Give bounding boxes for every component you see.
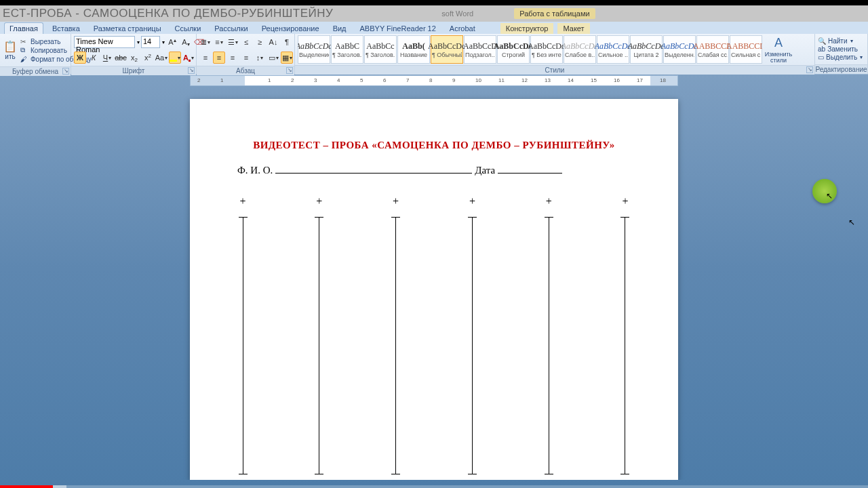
date-underline: [498, 173, 562, 174]
line-spacing-button[interactable]: ↕▾: [254, 52, 266, 64]
group-editing-label: Редактирование: [815, 66, 867, 73]
font-size-select[interactable]: 14: [141, 36, 160, 48]
secondary-cursor-icon: ↖: [848, 218, 855, 227]
change-styles-label: Изменить стили: [765, 52, 793, 64]
title-bar: ЕСТ-ПРОБА - САМООЦЕНКА ПО ДЕМБО-РУБИНШТЕ…: [0, 5, 868, 22]
superscript-button[interactable]: x2: [142, 52, 154, 64]
group-paragraph-label: Абзац: [236, 67, 255, 75]
numbering-button[interactable]: ≡▾: [213, 36, 225, 48]
doc-scales: ++++++: [237, 195, 631, 474]
bold-button[interactable]: Ж: [74, 52, 86, 64]
style-выделение[interactable]: AaBbCcDdВыделение: [298, 35, 330, 64]
tab-mailings[interactable]: Рассылки: [210, 23, 252, 34]
styles-gallery[interactable]: AaBbCcDdВыделениеAaBbC¶ Заголов...AaBbCc…: [298, 35, 762, 64]
scale-bar: [549, 217, 549, 474]
decrease-indent-button[interactable]: ≤: [240, 36, 252, 48]
italic-button[interactable]: К: [87, 52, 100, 64]
doc-heading: ВИДЕОТЕСТ – ПРОБА «САМОЦЕНКА ПО ДЕМБО – …: [237, 140, 631, 151]
paste-label: ить: [5, 53, 15, 60]
style-выделенн[interactable]: AaBbCcDdВыделенн...: [663, 35, 696, 64]
scale-6: +: [620, 195, 631, 474]
styles-dialog-launcher[interactable]: ↘: [806, 66, 813, 73]
paragraph-dialog-launcher[interactable]: ↘: [286, 67, 293, 74]
cursor-icon: ↖: [826, 191, 833, 201]
clipboard-dialog-launcher[interactable]: ↘: [62, 68, 69, 75]
style-сильное[interactable]: AaBbCcDdСильное ...: [597, 35, 629, 64]
shading-button[interactable]: ▭▾: [267, 52, 279, 64]
find-button[interactable]: 🔍Найти▾: [818, 37, 863, 45]
tab-home[interactable]: Главная: [4, 22, 43, 34]
group-font-label: Шрифт: [123, 67, 145, 75]
tab-abbyy[interactable]: ABBYY FineReader 12: [355, 23, 441, 34]
group-paragraph: ≣▾ ≡▾ ☰▾ ≤ ≥ A↓ ¶ ≡ ≡ ≡ ≡ ↕▾ ▭▾ ▦▾ Абзац…: [197, 34, 295, 74]
bullets-button[interactable]: ≣▾: [199, 36, 212, 48]
style-слабоев[interactable]: AaBbCcDdСлабое в...: [564, 35, 596, 64]
app-name-suffix: soft Word: [441, 9, 473, 18]
copy-icon: ⧉: [20, 46, 28, 54]
tab-table-layout[interactable]: Макет: [557, 23, 589, 34]
scale-bar: [472, 217, 473, 474]
style-название[interactable]: AaBb(Название: [397, 35, 430, 64]
font-name-select[interactable]: Times New Roman: [74, 36, 135, 48]
sort-button[interactable]: A↓: [267, 36, 279, 48]
highlight-button[interactable]: ▾: [169, 52, 181, 64]
style-цитата2[interactable]: AaBbCcDdЦитата 2: [630, 35, 663, 64]
font-color-button[interactable]: A▾: [182, 52, 195, 64]
strike-button[interactable]: abc: [115, 52, 127, 64]
style-строгий[interactable]: AaBbCcDdСтрогий: [497, 35, 530, 64]
tab-page-layout[interactable]: Разметка страницы: [89, 23, 166, 34]
doc-fio-line: Ф. И. О. Дата: [237, 165, 631, 176]
style-сильнаяс[interactable]: AABBCCDСильная с...: [730, 35, 762, 64]
borders-button[interactable]: ▦▾: [281, 52, 293, 64]
brush-icon: 🖌: [20, 55, 28, 63]
style-обычный[interactable]: AaBbCcDd¶ Обычный: [431, 35, 463, 64]
table-tools-label: Работа с таблицами: [514, 8, 595, 19]
tab-view[interactable]: Вид: [328, 23, 351, 34]
date-label: Дата: [475, 165, 495, 176]
underline-button[interactable]: Ч▾: [101, 52, 113, 64]
align-left-button[interactable]: ≡: [199, 52, 212, 64]
fio-underline: [275, 173, 472, 174]
change-case-button[interactable]: Aa▾: [155, 52, 167, 64]
document-title: ЕСТ-ПРОБА - САМООЦЕНКА ПО ДЕМБО-РУБИНШТЕ…: [3, 7, 333, 20]
style-безинте[interactable]: AaBbCcDd¶ Без инте...: [530, 35, 563, 64]
select-button[interactable]: ▭Выделить▾: [818, 54, 863, 61]
tab-table-design[interactable]: Конструктор: [500, 23, 554, 34]
scale-2: +: [314, 195, 325, 474]
style-заголов[interactable]: AaBbC¶ Заголов...: [331, 35, 363, 64]
scale-5: +: [543, 195, 554, 474]
video-progress-bar[interactable]: [0, 485, 868, 488]
justify-button[interactable]: ≡: [240, 52, 252, 64]
font-dialog-launcher[interactable]: ↘: [188, 67, 195, 74]
scale-plus-icon: +: [393, 195, 399, 207]
change-styles-icon: A: [774, 36, 783, 50]
grow-font-button[interactable]: A▴: [166, 36, 178, 48]
scale-plus-icon: +: [622, 195, 628, 207]
align-right-button[interactable]: ≡: [226, 52, 239, 64]
show-marks-button[interactable]: ¶: [281, 36, 293, 48]
increase-indent-button[interactable]: ≥: [254, 36, 266, 48]
multilevel-button[interactable]: ☰▾: [226, 36, 239, 48]
style-заголов[interactable]: AaBbCc¶ Заголов...: [364, 35, 397, 64]
align-center-button[interactable]: ≡: [213, 52, 225, 64]
group-clipboard-label: Буфер обмена: [12, 68, 58, 75]
tab-review[interactable]: Рецензирование: [257, 23, 324, 34]
ribbon: 📋 ить ✂Вырезать ⧉Копировать 🖌Формат по о…: [0, 34, 868, 75]
style-слабаясс[interactable]: AABBCCDСлабая сс...: [696, 35, 729, 64]
video-played: [0, 485, 53, 488]
change-styles-button[interactable]: A Изменить стили: [765, 35, 792, 64]
shrink-font-button[interactable]: A▾: [180, 36, 192, 48]
tab-insert[interactable]: Вставка: [47, 23, 85, 34]
tab-references[interactable]: Ссылки: [170, 23, 206, 34]
replace-button[interactable]: abЗаменить: [818, 45, 863, 53]
style-подзагол[interactable]: AaBbCcDПодзагол...: [464, 35, 496, 64]
group-styles-label: Стили: [545, 66, 565, 74]
horizontal-ruler[interactable]: 21123456789101112131415161718: [190, 75, 678, 86]
document-page[interactable]: ВИДЕОТЕСТ – ПРОБА «САМОЦЕНКА ПО ДЕМБО – …: [190, 99, 678, 480]
group-editing: 🔍Найти▾ abЗаменить ▭Выделить▾ Редактиров…: [815, 34, 868, 74]
scissors-icon: ✂: [20, 37, 28, 45]
paste-button[interactable]: 📋 ить: [3, 35, 18, 65]
subscript-button[interactable]: x2: [128, 52, 140, 64]
scale-bar: [625, 217, 625, 474]
tab-acrobat[interactable]: Acrobat: [445, 23, 480, 34]
